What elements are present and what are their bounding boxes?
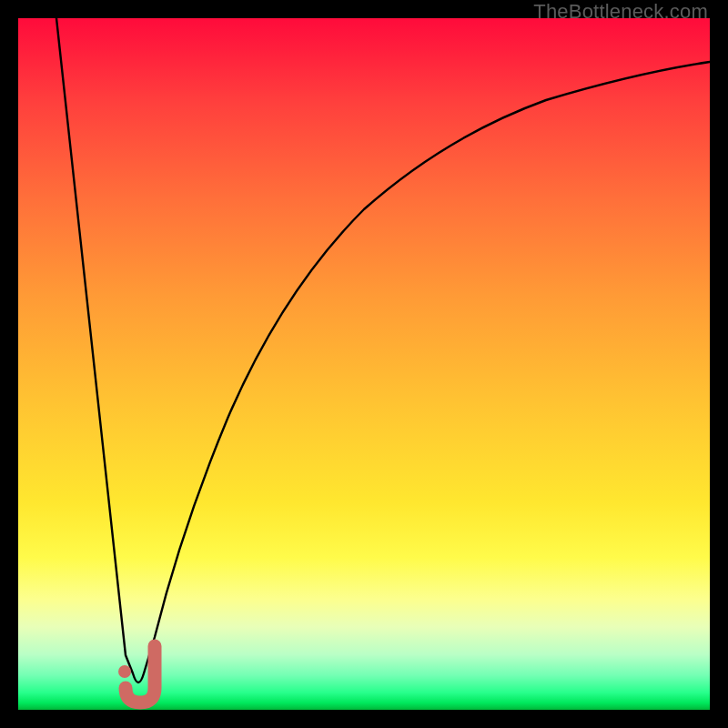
outer-frame: TheBottleneck.com — [0, 0, 728, 728]
plot-area — [18, 18, 710, 710]
watermark-text: TheBottleneck.com — [533, 0, 708, 24]
optimal-point-marker — [118, 646, 155, 703]
chart-svg — [18, 18, 710, 710]
bottleneck-curve — [56, 18, 710, 682]
svg-point-0 — [118, 665, 131, 678]
